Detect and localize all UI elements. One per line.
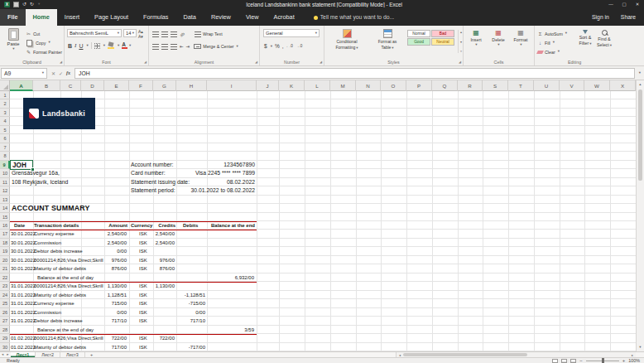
align-center-icon[interactable] (161, 44, 168, 50)
row-header-7[interactable]: 7 (0, 143, 10, 152)
vertical-scrollbar-thumb[interactable] (638, 90, 642, 181)
tell-me-box[interactable]: Tell me what you want to do... (314, 9, 395, 26)
row-header-4[interactable]: 4 (0, 117, 10, 125)
scroll-right-icon[interactable]: ▸ (629, 353, 636, 357)
column-header-a[interactable]: A (10, 80, 33, 91)
column-header-u[interactable]: U (534, 80, 560, 91)
increase-indent-icon[interactable]: ⇥ (186, 44, 190, 49)
column-header-h[interactable]: H (176, 80, 207, 91)
format-as-table-button[interactable]: Format as Table (369, 29, 406, 51)
fill-handle[interactable] (31, 167, 35, 172)
row-header-19[interactable]: 19 (0, 247, 10, 255)
cell-style-good[interactable]: Good (407, 38, 430, 46)
sort-filter-button[interactable]: Sort & Filter (576, 30, 594, 46)
qat-customize-icon[interactable] (38, 2, 40, 7)
scroll-up-icon[interactable]: ▴ (637, 80, 644, 88)
row-header-9[interactable]: 9 (0, 161, 10, 169)
formula-bar-expand-icon[interactable] (636, 71, 644, 75)
cancel-entry-icon[interactable]: ✕ (51, 70, 55, 76)
delete-cells-button[interactable]: ▦ Delete (488, 30, 509, 47)
accounting-format-button[interactable]: $ (264, 43, 267, 50)
meta-value[interactable]: Visa 2245 **** **** 7899 (0, 169, 255, 177)
column-header-g[interactable]: G (153, 80, 176, 91)
txn-debits[interactable]: -717/00 (0, 343, 205, 351)
column-header-d[interactable]: D (81, 80, 104, 91)
fill-button[interactable]: ↓Fill (537, 39, 575, 46)
align-top-icon[interactable] (152, 31, 159, 37)
tab-formulas[interactable]: Formulas (136, 9, 175, 26)
row-header-13[interactable]: 13 (0, 196, 10, 204)
tab-data[interactable]: Data (176, 9, 204, 26)
meta-value[interactable]: 30.01.2022 to 08.02.2022 (0, 186, 255, 195)
select-all-corner[interactable] (0, 80, 10, 91)
row-header-11[interactable]: 11 (0, 178, 10, 186)
row-header-5[interactable]: 5 (0, 126, 10, 134)
comma-style-button[interactable]: , (282, 43, 284, 50)
cell-style-bad[interactable]: Bad (431, 30, 454, 37)
row-header-26[interactable]: 26 (0, 308, 10, 317)
column-header-c[interactable]: C (60, 80, 81, 91)
active-cell-selection[interactable]: JOH (10, 160, 33, 170)
row-header-1[interactable]: 1 (0, 91, 10, 99)
zoom-slider-thumb[interactable] (602, 358, 604, 363)
column-header-s[interactable]: S (483, 80, 508, 91)
row-header-8[interactable]: 8 (0, 152, 10, 160)
shrink-font-button[interactable]: A▾ (138, 35, 143, 39)
decrease-decimal-button[interactable]: →.0 (296, 43, 302, 50)
cell-style-neutral[interactable]: Neutral (431, 38, 454, 46)
borders-button[interactable] (94, 43, 100, 49)
decrease-indent-icon[interactable]: ⇤ (180, 44, 184, 49)
column-header-v[interactable]: V (560, 80, 584, 91)
scroll-left-icon[interactable]: ◂ (396, 353, 403, 357)
clear-button[interactable]: Clear (537, 48, 575, 56)
txn-currency[interactable]: ISK (139, 247, 147, 255)
row-header-6[interactable]: 6 (0, 134, 10, 143)
row-header-10[interactable]: 10 (0, 169, 10, 177)
row-header-14[interactable]: 14 (0, 204, 10, 212)
column-header-l[interactable]: L (305, 80, 330, 91)
number-dialog-launcher[interactable]: ◢ (320, 60, 322, 64)
underline-button[interactable]: U (79, 42, 83, 50)
tab-insert[interactable]: Insert (57, 9, 87, 26)
row-header-15[interactable]: 15 (0, 213, 10, 221)
column-header-n[interactable]: N (356, 80, 381, 91)
meta-value[interactable]: 1234567890 (0, 161, 255, 169)
tab-page-layout[interactable]: Page Layout (87, 9, 136, 26)
share-button[interactable]: Share (621, 9, 636, 26)
styles-dialog-launcher[interactable]: ◢ (459, 60, 461, 64)
tab-acrobat[interactable]: Acrobat (267, 9, 302, 26)
txn-debits[interactable]: -715/00 (0, 299, 205, 307)
bold-button[interactable]: B (68, 42, 72, 50)
wrap-text-button[interactable]: Wrap Text (195, 31, 223, 38)
balance-value[interactable]: 3/59 (0, 326, 254, 334)
column-header-k[interactable]: K (279, 80, 305, 91)
tab-file[interactable]: File (0, 9, 26, 26)
row-header-21[interactable]: 21 (0, 264, 10, 273)
autosum-button[interactable]: ΣAutoSum (537, 30, 575, 37)
zoom-slider[interactable] (586, 361, 619, 361)
row-header-2[interactable]: 2 (0, 99, 10, 108)
format-painter-button[interactable]: ✎Format Painter (26, 48, 64, 56)
row-header-24[interactable]: 24 (0, 291, 10, 299)
normal-view-icon[interactable] (552, 359, 558, 363)
font-color-button[interactable]: A (122, 42, 126, 49)
worksheet-grid[interactable]: Landsbanki Grensásvegur 16a,108 Reykjaví… (0, 91, 636, 351)
scroll-down-icon[interactable]: ▾ (637, 343, 644, 351)
row-header-30[interactable]: 30 (0, 343, 10, 351)
confirm-entry-icon[interactable]: ✓ (59, 70, 63, 76)
italic-button[interactable]: I (74, 42, 76, 50)
txn-credits[interactable]: 976/00 (0, 256, 175, 264)
tab-home[interactable]: Home (26, 9, 57, 26)
row-header-3[interactable]: 3 (0, 109, 10, 117)
txn-debits[interactable]: -1,128/51 (0, 291, 205, 299)
cell-style-normal[interactable]: Normal (407, 30, 430, 37)
font-size-select[interactable]: 14 (123, 29, 137, 37)
close-button[interactable]: ✕ (631, 0, 644, 8)
row-header-23[interactable]: 23 (0, 282, 10, 290)
txn-credits[interactable]: 2,540/00 (0, 230, 175, 238)
row-header-20[interactable]: 20 (0, 256, 10, 264)
txn-credits[interactable]: 1,130/00 (0, 282, 175, 290)
row-header-12[interactable]: 12 (0, 186, 10, 195)
name-box-dropdown-icon[interactable] (42, 71, 44, 75)
underline-dropdown-icon[interactable] (86, 44, 88, 48)
